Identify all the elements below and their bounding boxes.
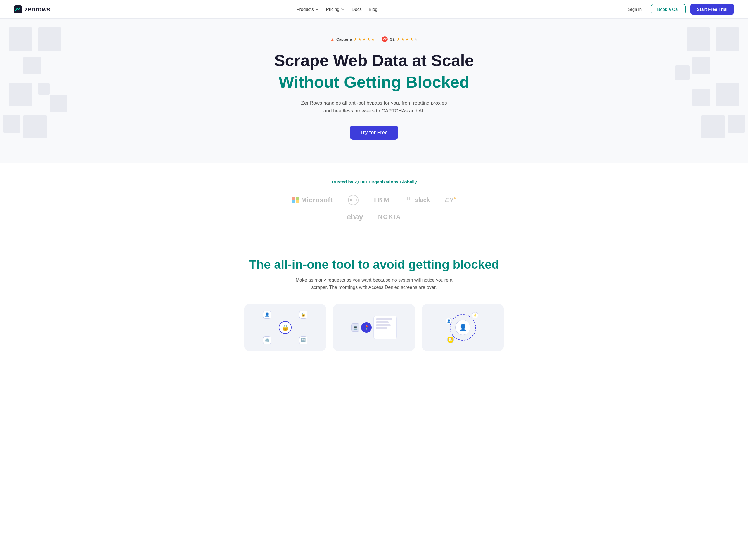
capterra-stars: ★ ★ ★ ★ ★ bbox=[354, 37, 375, 42]
bypass-node-1: ✨ bbox=[472, 312, 478, 319]
nav-docs-label: Docs bbox=[352, 7, 362, 12]
trusted-count: 2,000+ bbox=[354, 179, 368, 184]
logo-nokia: NOKIA bbox=[378, 213, 401, 220]
microsoft-label: Microsoft bbox=[301, 196, 333, 204]
logos-row-1: Microsoft DELL IBM slack EY bbox=[9, 195, 739, 205]
star-4: ★ bbox=[410, 37, 414, 42]
section2-title: The all-in-one tool to avoid getting blo… bbox=[9, 258, 739, 272]
g2-stars: ★ ★ ★ ★ ★ bbox=[397, 37, 418, 42]
trusted-prefix: Trusted by bbox=[331, 179, 354, 184]
card-bypass: 👤 ✨ 📝 👤 bbox=[422, 304, 504, 351]
section2: The all-in-one tool to avoid getting blo… bbox=[0, 240, 748, 357]
star-3: ★ bbox=[405, 37, 409, 42]
ratings-row: ▲ Capterra ★ ★ ★ ★ ★ G2 G2 ★ ★ ★ ★ bbox=[330, 36, 418, 42]
ms-square-blue bbox=[293, 201, 296, 203]
star-5: ★ bbox=[414, 37, 418, 42]
hero-section: ▲ Capterra ★ ★ ★ ★ ★ G2 G2 ★ ★ ★ ★ bbox=[0, 19, 748, 163]
section2-title-prefix: The bbox=[249, 258, 274, 272]
navbar: zenrows Products Pricing Docs Blog Sign … bbox=[0, 0, 748, 19]
g2-icon: G2 bbox=[382, 36, 388, 42]
diagram-node-1: 👤 bbox=[263, 310, 271, 319]
logo-icon bbox=[14, 5, 22, 14]
svg-rect-1 bbox=[407, 197, 408, 199]
logo-dell: DELL bbox=[348, 195, 358, 205]
flow-arrow-top: → bbox=[365, 318, 368, 321]
start-trial-button[interactable]: Start Free Trial bbox=[691, 4, 734, 15]
ibm-label: IBM bbox=[374, 196, 391, 204]
trusted-label: Trusted by 2,000+ Organizations Globally bbox=[9, 179, 739, 184]
ms-square-green bbox=[296, 197, 299, 200]
ey-label: EY bbox=[445, 196, 453, 204]
microsoft-icon bbox=[293, 197, 299, 203]
card-1-inner: 👤 🔒 🔒 ⚙️ 🔄 bbox=[244, 304, 326, 351]
nav-left: zenrows bbox=[14, 5, 50, 14]
chevron-down-icon bbox=[315, 7, 319, 11]
capterra-label: Capterra bbox=[336, 37, 352, 42]
flow-data-block bbox=[373, 316, 397, 339]
logo-ibm: IBM bbox=[374, 196, 391, 204]
diagram-center-lock: 🔒 bbox=[279, 321, 291, 334]
nav-products[interactable]: Products bbox=[294, 5, 321, 13]
flow-data-line bbox=[376, 327, 387, 329]
bypass-center-icon: 👤 bbox=[455, 320, 470, 335]
svg-rect-4 bbox=[409, 199, 410, 201]
star-4: ★ bbox=[367, 37, 371, 42]
try-free-button[interactable]: Try for Free bbox=[350, 125, 398, 140]
trusted-section: Trusted by 2,000+ Organizations Globally… bbox=[0, 163, 748, 240]
feature-cards: 👤 🔒 🔒 ⚙️ 🔄 💻 → 📍 ← bbox=[9, 304, 739, 351]
g2-label: G2 bbox=[390, 37, 394, 42]
capterra-rating: ▲ Capterra ★ ★ ★ ★ ★ bbox=[330, 37, 375, 42]
ey-sign: EY bbox=[445, 196, 455, 204]
hero-content: ▲ Capterra ★ ★ ★ ★ ★ G2 G2 ★ ★ ★ ★ bbox=[0, 19, 748, 163]
flow-center-node: 📍 bbox=[361, 322, 372, 333]
bypass-circle: 👤 ✨ 📝 👤 bbox=[450, 314, 476, 341]
hero-description: ZenRows handles all anti-bot bypass for … bbox=[298, 99, 450, 115]
bypass-node-2: 📝 bbox=[447, 336, 454, 343]
star-2: ★ bbox=[401, 37, 405, 42]
flow-arrow-bottom: ← bbox=[365, 334, 368, 337]
logo-microsoft: Microsoft bbox=[293, 196, 333, 204]
logo-text: zenrows bbox=[25, 5, 50, 13]
trusted-suffix: Organizations Globally bbox=[368, 179, 417, 184]
ey-dot bbox=[454, 197, 455, 199]
logos-row-2: ebay NOKIA bbox=[9, 212, 739, 221]
nav-docs[interactable]: Docs bbox=[349, 5, 364, 13]
chevron-down-icon bbox=[341, 7, 345, 11]
star-3: ★ bbox=[362, 37, 366, 42]
flow-data-line bbox=[376, 319, 392, 320]
ebay-label: ebay bbox=[347, 212, 363, 221]
nav-right: Sign in Book a Call Start Free Trial bbox=[624, 4, 734, 15]
dell-icon: DELL bbox=[348, 195, 358, 205]
star-5: ★ bbox=[371, 37, 375, 42]
flow-data-line bbox=[376, 321, 389, 323]
diagram-node-4: 🔄 bbox=[299, 336, 307, 344]
diagram-node-2: 🔒 bbox=[299, 310, 307, 319]
star-1: ★ bbox=[397, 37, 400, 42]
card-3-inner: 👤 ✨ 📝 👤 bbox=[422, 304, 504, 351]
nav-pricing-label: Pricing bbox=[326, 7, 340, 12]
flow-node-left: 💻 bbox=[351, 323, 359, 331]
diagram-node-3: ⚙️ bbox=[263, 336, 271, 344]
section2-title-suffix: tool to avoid getting blocked bbox=[329, 258, 499, 272]
hero-title-line1: Scrape Web Data at Scale bbox=[274, 51, 474, 70]
slack-label: slack bbox=[415, 196, 430, 203]
nav-blog[interactable]: Blog bbox=[367, 5, 380, 13]
star-1: ★ bbox=[354, 37, 357, 42]
star-2: ★ bbox=[358, 37, 362, 42]
signin-button[interactable]: Sign in bbox=[624, 4, 646, 14]
svg-rect-3 bbox=[407, 199, 408, 201]
nav-products-label: Products bbox=[297, 7, 314, 12]
g2-rating: G2 G2 ★ ★ ★ ★ ★ bbox=[382, 36, 418, 42]
section2-description: Make as many requests as you want becaus… bbox=[292, 276, 456, 291]
nav-pricing[interactable]: Pricing bbox=[324, 5, 347, 13]
logo-link[interactable]: zenrows bbox=[14, 5, 50, 14]
book-call-button[interactable]: Book a Call bbox=[651, 4, 686, 14]
logo-ebay: ebay bbox=[347, 212, 363, 221]
card-2-inner: 💻 → 📍 ← bbox=[333, 304, 415, 351]
ms-square-yellow bbox=[296, 201, 299, 203]
ms-square-red bbox=[293, 197, 296, 200]
slack-icon bbox=[406, 197, 413, 203]
card-flow: 💻 → 📍 ← bbox=[333, 304, 415, 351]
capterra-icon: ▲ bbox=[330, 37, 334, 42]
nav-blog-label: Blog bbox=[369, 7, 377, 12]
